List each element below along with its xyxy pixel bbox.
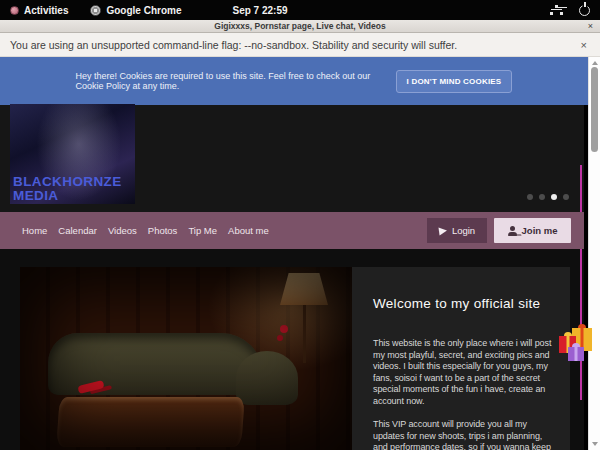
join-label: Join me <box>522 225 558 236</box>
power-icon[interactable] <box>579 5 590 16</box>
tab-close-icon[interactable]: × <box>588 20 593 33</box>
browser-title-bar: Gigixxxs, Pornstar page, Live chat, Vide… <box>0 20 600 33</box>
activities-button[interactable]: Activities <box>10 5 68 16</box>
site-logo-text: BLACKHORNZE MEDIA <box>13 175 122 202</box>
nav-item-tip-me[interactable]: Tip Me <box>188 225 217 236</box>
page-scrollbar[interactable] <box>588 57 600 450</box>
system-top-bar: Activities Google Chrome Sep 7 22:59 <box>0 0 600 20</box>
carousel-dots <box>527 194 569 200</box>
activities-label: Activities <box>24 5 68 16</box>
chrome-taskbar-item[interactable]: Google Chrome <box>90 5 181 16</box>
activities-icon <box>10 6 19 15</box>
clock[interactable]: Sep 7 22:59 <box>232 5 287 16</box>
chrome-icon <box>90 5 101 16</box>
chrome-warning-bar: You are using an unsupported command-lin… <box>0 33 600 57</box>
main-section: Welcome to my official site This website… <box>0 249 584 450</box>
nav-item-about-me[interactable]: About me <box>228 225 269 236</box>
gift-icon <box>568 347 584 361</box>
tab-title: Gigixxxs, Pornstar page, Live chat, Vide… <box>214 21 385 31</box>
carousel-dot[interactable] <box>527 194 533 200</box>
scrollbar-down-icon[interactable] <box>592 442 598 446</box>
cookie-consent-bar: Hey there! Cookies are required to use t… <box>0 57 588 105</box>
hero-photo <box>20 267 352 450</box>
warning-message: You are using an unsupported command-lin… <box>10 39 457 51</box>
nav-item-videos[interactable]: Videos <box>108 225 137 236</box>
site-navbar: Home Calendar Videos Photos Tip Me About… <box>0 212 584 249</box>
carousel-dot[interactable] <box>563 194 569 200</box>
send-icon <box>438 226 447 235</box>
scrollbar-thumb[interactable] <box>591 67 598 152</box>
login-button[interactable]: Login <box>427 218 487 243</box>
person-icon <box>508 226 517 236</box>
system-tray <box>550 5 590 16</box>
screen: Activities Google Chrome Sep 7 22:59 Gig… <box>0 0 600 450</box>
welcome-title: Welcome to my official site <box>373 296 558 311</box>
welcome-panel: Welcome to my official site This website… <box>352 267 570 450</box>
nav-links: Home Calendar Videos Photos Tip Me About… <box>22 225 269 236</box>
nav-item-home[interactable]: Home <box>22 225 47 236</box>
join-button[interactable]: Join me <box>494 218 571 243</box>
welcome-paragraph-2: This VIP account will provide you all my… <box>373 419 558 450</box>
nav-item-calendar[interactable]: Calendar <box>58 225 97 236</box>
welcome-paragraph-1: This website is the only place where i w… <box>373 338 558 407</box>
logo-line-1: BLACKHORNZE <box>13 175 122 189</box>
gift-widget[interactable] <box>556 322 594 364</box>
warning-close-icon[interactable]: × <box>581 39 587 51</box>
login-label: Login <box>452 225 475 236</box>
scrollbar-up-icon[interactable] <box>592 61 598 65</box>
site-edge-accent <box>580 165 582 400</box>
cookie-accept-button[interactable]: I DON'T MIND COOKIES <box>396 70 513 93</box>
nav-buttons: Login Join me <box>427 218 571 243</box>
site-logo-banner[interactable]: BLACKHORNZE MEDIA <box>10 104 135 204</box>
nav-item-photos[interactable]: Photos <box>148 225 178 236</box>
chrome-app-label: Google Chrome <box>106 5 181 16</box>
carousel-dot[interactable] <box>539 194 545 200</box>
vignette-overlay <box>20 267 352 450</box>
logo-line-2: MEDIA <box>13 189 122 203</box>
cookie-message: Hey there! Cookies are required to use t… <box>76 71 376 91</box>
carousel-dot-active[interactable] <box>551 194 557 200</box>
network-icon[interactable] <box>550 5 563 16</box>
